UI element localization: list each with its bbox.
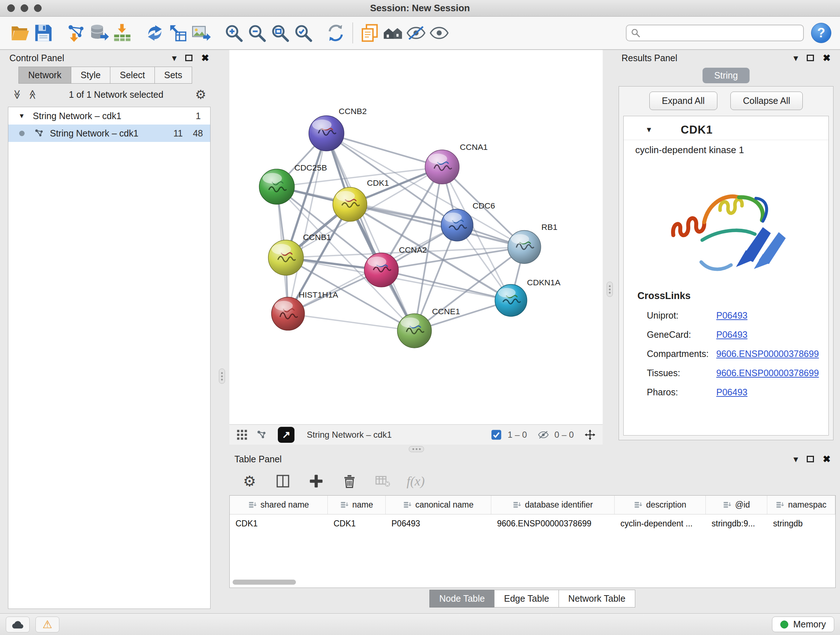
detach-view-button[interactable]: ↗	[278, 427, 294, 443]
warnings-button[interactable]: ⚠	[35, 616, 59, 632]
column-header-namespace[interactable]: namespac	[767, 496, 835, 514]
zoom-fit-icon[interactable]	[268, 21, 292, 44]
search-input[interactable]	[644, 28, 799, 38]
collapse-panel-icon[interactable]: ▾	[793, 53, 798, 63]
tab-network-table[interactable]: Network Table	[559, 590, 635, 608]
close-panel-icon[interactable]: ✖	[823, 454, 831, 464]
crosslink-link[interactable]: 9606.ENSP00000378699	[716, 348, 819, 359]
import-table-from-file-icon[interactable]	[111, 21, 134, 44]
splitter-handle[interactable]	[607, 282, 613, 297]
cloud-status-button[interactable]	[6, 616, 30, 632]
network-options-gear-icon[interactable]: ⚙	[195, 88, 206, 101]
crosslink-link[interactable]: P06493	[716, 387, 747, 397]
tab-network[interactable]: Network	[19, 67, 71, 84]
network-edge[interactable]	[326, 133, 414, 331]
duplicate-window-icon[interactable]	[358, 21, 381, 44]
expand-all-button[interactable]: Expand All	[649, 92, 717, 110]
close-panel-icon[interactable]: ✖	[201, 53, 209, 63]
close-window-button[interactable]	[7, 4, 15, 12]
network-node-label: CCNB2	[339, 106, 366, 116]
collapse-all-button[interactable]: Collapse All	[730, 92, 803, 110]
network-edge[interactable]	[288, 314, 414, 331]
memory-button[interactable]: Memory	[772, 616, 834, 632]
tab-sets[interactable]: Sets	[155, 67, 192, 84]
column-header-canonical-name[interactable]: canonical name	[386, 496, 491, 514]
zoom-out-icon[interactable]	[245, 21, 268, 44]
crosslink-row: Pharos: P06493	[624, 387, 829, 397]
network-tree: ▼ String Network – cdk1 1 String Network…	[8, 107, 210, 609]
show-annotations-icon[interactable]	[428, 21, 451, 44]
column-header-shared-name[interactable]: shared name	[230, 496, 328, 514]
toolbar-search	[626, 25, 804, 41]
network-edge[interactable]	[326, 133, 442, 167]
delete-column-icon[interactable]	[340, 472, 359, 491]
collapse-panel-icon[interactable]: ▾	[172, 53, 177, 63]
tab-style[interactable]: Style	[71, 67, 111, 84]
horizontal-scrollbar[interactable]	[233, 580, 832, 585]
network-canvas[interactable]: CCNB2CCNA1CDC25BCDK1CDC6RB1CCNB1CCNA2CDK…	[229, 50, 603, 424]
new-network-icon[interactable]	[143, 21, 166, 44]
crosslink-link[interactable]: P06493	[716, 310, 747, 321]
node-table: shared name name canonical name database…	[229, 495, 836, 588]
table-options-gear-icon[interactable]: ⚙	[240, 472, 259, 491]
gene-details-card: ▼ CDK1 cyclin-dependent kinase 1	[623, 116, 829, 435]
status-bar: ⚠ Memory	[0, 613, 840, 635]
new-table-icon[interactable]	[166, 21, 189, 44]
network-edge[interactable]	[288, 133, 326, 314]
network-node-label: CCNA2	[399, 245, 427, 255]
selected-checkbox-icon[interactable]	[490, 429, 502, 441]
hidden-eye-icon[interactable]	[537, 429, 549, 441]
column-header-database-identifier[interactable]: database identifier	[491, 496, 615, 514]
crosslink-link[interactable]: 9606.ENSP00000378699	[716, 368, 819, 378]
tab-node-table[interactable]: Node Table	[429, 590, 494, 608]
zoom-in-icon[interactable]	[222, 21, 245, 44]
float-panel-icon[interactable]	[807, 55, 814, 61]
save-session-icon[interactable]	[32, 21, 55, 44]
gene-collapse-caret-icon[interactable]: ▼	[645, 126, 653, 134]
zoom-window-button[interactable]	[34, 4, 42, 12]
tree-expand-caret-icon[interactable]: ▼	[19, 112, 25, 120]
float-panel-icon[interactable]	[807, 456, 814, 462]
network-collection-row[interactable]: ▼ String Network – cdk1 1	[8, 107, 210, 125]
help-button[interactable]: ?	[811, 23, 831, 43]
tab-string-results[interactable]: String	[703, 68, 749, 83]
crosslink-link[interactable]: P06493	[716, 329, 747, 340]
birdseye-view-icon[interactable]	[381, 21, 404, 44]
gene-header[interactable]: ▼ CDK1	[624, 120, 829, 140]
tab-edge-table[interactable]: Edge Table	[494, 590, 559, 608]
show-columns-icon[interactable]	[273, 472, 292, 491]
function-builder-icon[interactable]: f(x)	[407, 473, 425, 489]
expand-all-networks-icon[interactable]: ≫	[27, 89, 37, 99]
network-icon	[34, 128, 44, 138]
export-image-icon[interactable]	[189, 21, 213, 44]
hide-annotations-icon[interactable]	[404, 21, 428, 44]
open-session-icon[interactable]	[9, 21, 32, 44]
import-network-from-file-icon[interactable]	[65, 21, 88, 44]
scrollbar-thumb[interactable]	[233, 580, 296, 585]
table-panel: Table Panel ▾ ✖ ⚙	[229, 451, 836, 609]
grid-view-icon[interactable]	[236, 429, 248, 441]
splitter-handle[interactable]	[409, 446, 424, 452]
network-graph[interactable]: CCNB2CCNA1CDC25BCDK1CDC6RB1CCNB1CCNA2CDK…	[229, 50, 603, 424]
float-panel-icon[interactable]	[185, 55, 193, 61]
network-edge[interactable]	[381, 270, 511, 301]
zoom-selected-icon[interactable]	[292, 21, 315, 44]
column-header-id[interactable]: @id	[706, 496, 767, 514]
tab-select[interactable]: Select	[110, 67, 155, 84]
collapse-all-networks-icon[interactable]: ≫	[13, 89, 22, 99]
refresh-icon[interactable]	[324, 21, 347, 44]
column-header-name[interactable]: name	[328, 496, 386, 514]
minimize-window-button[interactable]	[21, 4, 28, 12]
pan-crosshair-icon[interactable]	[584, 429, 596, 441]
network-row[interactable]: String Network – cdk1 11 48	[8, 125, 210, 142]
import-network-from-database-icon[interactable]	[88, 21, 111, 44]
collapse-panel-icon[interactable]: ▾	[793, 454, 798, 464]
close-panel-icon[interactable]: ✖	[823, 53, 831, 63]
column-header-description[interactable]: description	[615, 496, 706, 514]
selected-counts: 1 – 0	[508, 430, 527, 440]
table-row[interactable]: CDK1 CDK1 P06493 9606.ENSP00000378699 cy…	[230, 515, 835, 532]
delete-table-icon[interactable]	[373, 472, 392, 491]
splitter-handle[interactable]	[219, 369, 225, 384]
network-overview-icon[interactable]	[256, 429, 268, 441]
create-column-icon[interactable]	[307, 472, 325, 491]
